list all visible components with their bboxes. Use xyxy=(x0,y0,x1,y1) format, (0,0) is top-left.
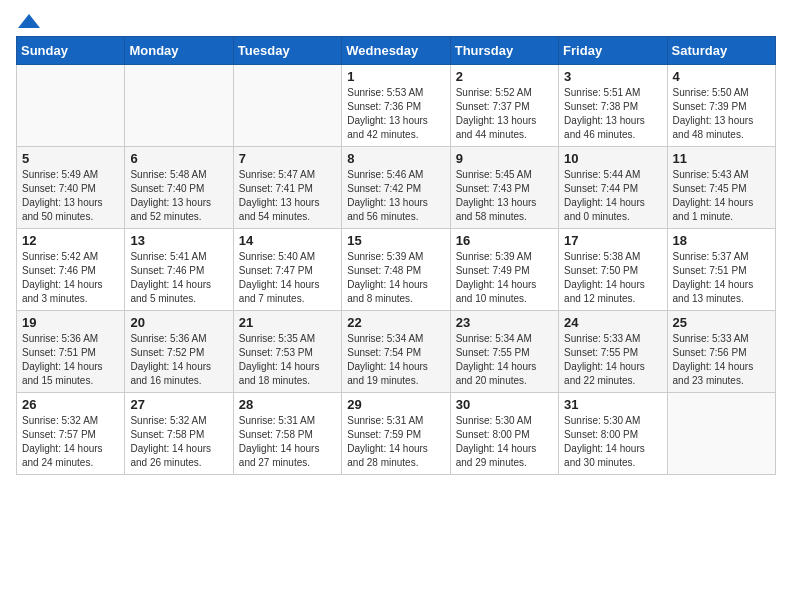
calendar-table: SundayMondayTuesdayWednesdayThursdayFrid… xyxy=(16,36,776,475)
day-info: Sunrise: 5:41 AM Sunset: 7:46 PM Dayligh… xyxy=(130,250,227,306)
calendar-day: 16Sunrise: 5:39 AM Sunset: 7:49 PM Dayli… xyxy=(450,229,558,311)
day-info: Sunrise: 5:39 AM Sunset: 7:49 PM Dayligh… xyxy=(456,250,553,306)
calendar-day: 2Sunrise: 5:52 AM Sunset: 7:37 PM Daylig… xyxy=(450,65,558,147)
day-number: 5 xyxy=(22,151,119,166)
calendar-week-2: 5Sunrise: 5:49 AM Sunset: 7:40 PM Daylig… xyxy=(17,147,776,229)
day-info: Sunrise: 5:39 AM Sunset: 7:48 PM Dayligh… xyxy=(347,250,444,306)
calendar-day: 18Sunrise: 5:37 AM Sunset: 7:51 PM Dayli… xyxy=(667,229,775,311)
day-number: 11 xyxy=(673,151,770,166)
day-info: Sunrise: 5:32 AM Sunset: 7:57 PM Dayligh… xyxy=(22,414,119,470)
day-info: Sunrise: 5:51 AM Sunset: 7:38 PM Dayligh… xyxy=(564,86,661,142)
day-number: 9 xyxy=(456,151,553,166)
day-info: Sunrise: 5:42 AM Sunset: 7:46 PM Dayligh… xyxy=(22,250,119,306)
day-info: Sunrise: 5:38 AM Sunset: 7:50 PM Dayligh… xyxy=(564,250,661,306)
day-number: 17 xyxy=(564,233,661,248)
day-number: 15 xyxy=(347,233,444,248)
day-info: Sunrise: 5:34 AM Sunset: 7:55 PM Dayligh… xyxy=(456,332,553,388)
day-number: 4 xyxy=(673,69,770,84)
day-number: 29 xyxy=(347,397,444,412)
calendar-day: 7Sunrise: 5:47 AM Sunset: 7:41 PM Daylig… xyxy=(233,147,341,229)
day-number: 14 xyxy=(239,233,336,248)
calendar-day: 13Sunrise: 5:41 AM Sunset: 7:46 PM Dayli… xyxy=(125,229,233,311)
calendar-day: 8Sunrise: 5:46 AM Sunset: 7:42 PM Daylig… xyxy=(342,147,450,229)
calendar-day: 31Sunrise: 5:30 AM Sunset: 8:00 PM Dayli… xyxy=(559,393,667,475)
day-info: Sunrise: 5:35 AM Sunset: 7:53 PM Dayligh… xyxy=(239,332,336,388)
day-header-saturday: Saturday xyxy=(667,37,775,65)
calendar-day: 12Sunrise: 5:42 AM Sunset: 7:46 PM Dayli… xyxy=(17,229,125,311)
day-header-monday: Monday xyxy=(125,37,233,65)
day-info: Sunrise: 5:46 AM Sunset: 7:42 PM Dayligh… xyxy=(347,168,444,224)
day-number: 1 xyxy=(347,69,444,84)
day-number: 23 xyxy=(456,315,553,330)
calendar-day: 14Sunrise: 5:40 AM Sunset: 7:47 PM Dayli… xyxy=(233,229,341,311)
day-info: Sunrise: 5:30 AM Sunset: 8:00 PM Dayligh… xyxy=(564,414,661,470)
day-header-thursday: Thursday xyxy=(450,37,558,65)
calendar-day xyxy=(125,65,233,147)
calendar-day: 30Sunrise: 5:30 AM Sunset: 8:00 PM Dayli… xyxy=(450,393,558,475)
day-number: 10 xyxy=(564,151,661,166)
calendar-day: 29Sunrise: 5:31 AM Sunset: 7:59 PM Dayli… xyxy=(342,393,450,475)
day-number: 22 xyxy=(347,315,444,330)
day-number: 6 xyxy=(130,151,227,166)
calendar-day: 28Sunrise: 5:31 AM Sunset: 7:58 PM Dayli… xyxy=(233,393,341,475)
logo xyxy=(16,16,40,24)
calendar-week-1: 1Sunrise: 5:53 AM Sunset: 7:36 PM Daylig… xyxy=(17,65,776,147)
day-info: Sunrise: 5:45 AM Sunset: 7:43 PM Dayligh… xyxy=(456,168,553,224)
calendar-day: 3Sunrise: 5:51 AM Sunset: 7:38 PM Daylig… xyxy=(559,65,667,147)
day-info: Sunrise: 5:52 AM Sunset: 7:37 PM Dayligh… xyxy=(456,86,553,142)
day-number: 25 xyxy=(673,315,770,330)
svg-marker-0 xyxy=(18,14,40,28)
calendar-day: 6Sunrise: 5:48 AM Sunset: 7:40 PM Daylig… xyxy=(125,147,233,229)
calendar-day xyxy=(233,65,341,147)
calendar-day xyxy=(667,393,775,475)
calendar-week-4: 19Sunrise: 5:36 AM Sunset: 7:51 PM Dayli… xyxy=(17,311,776,393)
day-info: Sunrise: 5:49 AM Sunset: 7:40 PM Dayligh… xyxy=(22,168,119,224)
day-info: Sunrise: 5:30 AM Sunset: 8:00 PM Dayligh… xyxy=(456,414,553,470)
day-info: Sunrise: 5:36 AM Sunset: 7:52 PM Dayligh… xyxy=(130,332,227,388)
page-header xyxy=(16,16,776,24)
day-info: Sunrise: 5:32 AM Sunset: 7:58 PM Dayligh… xyxy=(130,414,227,470)
calendar-day: 20Sunrise: 5:36 AM Sunset: 7:52 PM Dayli… xyxy=(125,311,233,393)
calendar-day: 5Sunrise: 5:49 AM Sunset: 7:40 PM Daylig… xyxy=(17,147,125,229)
day-info: Sunrise: 5:31 AM Sunset: 7:58 PM Dayligh… xyxy=(239,414,336,470)
calendar-day: 15Sunrise: 5:39 AM Sunset: 7:48 PM Dayli… xyxy=(342,229,450,311)
calendar-day: 21Sunrise: 5:35 AM Sunset: 7:53 PM Dayli… xyxy=(233,311,341,393)
day-info: Sunrise: 5:37 AM Sunset: 7:51 PM Dayligh… xyxy=(673,250,770,306)
calendar-week-3: 12Sunrise: 5:42 AM Sunset: 7:46 PM Dayli… xyxy=(17,229,776,311)
calendar-week-5: 26Sunrise: 5:32 AM Sunset: 7:57 PM Dayli… xyxy=(17,393,776,475)
day-number: 19 xyxy=(22,315,119,330)
day-info: Sunrise: 5:34 AM Sunset: 7:54 PM Dayligh… xyxy=(347,332,444,388)
day-number: 7 xyxy=(239,151,336,166)
day-number: 20 xyxy=(130,315,227,330)
day-number: 16 xyxy=(456,233,553,248)
day-number: 31 xyxy=(564,397,661,412)
calendar-day: 17Sunrise: 5:38 AM Sunset: 7:50 PM Dayli… xyxy=(559,229,667,311)
day-header-friday: Friday xyxy=(559,37,667,65)
calendar-day: 4Sunrise: 5:50 AM Sunset: 7:39 PM Daylig… xyxy=(667,65,775,147)
day-number: 21 xyxy=(239,315,336,330)
day-number: 12 xyxy=(22,233,119,248)
calendar-day: 23Sunrise: 5:34 AM Sunset: 7:55 PM Dayli… xyxy=(450,311,558,393)
day-header-sunday: Sunday xyxy=(17,37,125,65)
day-number: 2 xyxy=(456,69,553,84)
day-number: 26 xyxy=(22,397,119,412)
calendar-day: 9Sunrise: 5:45 AM Sunset: 7:43 PM Daylig… xyxy=(450,147,558,229)
calendar-day: 27Sunrise: 5:32 AM Sunset: 7:58 PM Dayli… xyxy=(125,393,233,475)
day-number: 3 xyxy=(564,69,661,84)
day-info: Sunrise: 5:48 AM Sunset: 7:40 PM Dayligh… xyxy=(130,168,227,224)
day-info: Sunrise: 5:50 AM Sunset: 7:39 PM Dayligh… xyxy=(673,86,770,142)
day-info: Sunrise: 5:44 AM Sunset: 7:44 PM Dayligh… xyxy=(564,168,661,224)
day-number: 24 xyxy=(564,315,661,330)
calendar-day: 25Sunrise: 5:33 AM Sunset: 7:56 PM Dayli… xyxy=(667,311,775,393)
day-info: Sunrise: 5:33 AM Sunset: 7:55 PM Dayligh… xyxy=(564,332,661,388)
day-info: Sunrise: 5:36 AM Sunset: 7:51 PM Dayligh… xyxy=(22,332,119,388)
day-info: Sunrise: 5:40 AM Sunset: 7:47 PM Dayligh… xyxy=(239,250,336,306)
day-info: Sunrise: 5:33 AM Sunset: 7:56 PM Dayligh… xyxy=(673,332,770,388)
day-number: 28 xyxy=(239,397,336,412)
day-info: Sunrise: 5:43 AM Sunset: 7:45 PM Dayligh… xyxy=(673,168,770,224)
calendar-day: 24Sunrise: 5:33 AM Sunset: 7:55 PM Dayli… xyxy=(559,311,667,393)
calendar-day: 10Sunrise: 5:44 AM Sunset: 7:44 PM Dayli… xyxy=(559,147,667,229)
calendar-header-row: SundayMondayTuesdayWednesdayThursdayFrid… xyxy=(17,37,776,65)
calendar-day xyxy=(17,65,125,147)
day-number: 13 xyxy=(130,233,227,248)
